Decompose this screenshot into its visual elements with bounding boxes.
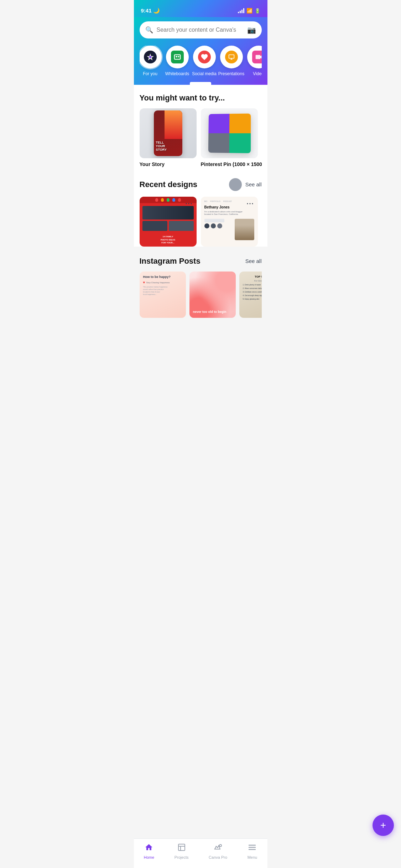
- instagram-see-all-button[interactable]: See all: [245, 258, 262, 264]
- search-bar[interactable]: 🔍 📷: [140, 21, 262, 38]
- presentations-icon: [225, 51, 238, 63]
- recent-card-christmas[interactable]: 14 FAMILYPHOTO IDEASFOR YOUR... ···: [140, 197, 197, 247]
- insta-card-tips[interactable]: TOP 5 TIPS For Glowing Skin 1. Drink ple…: [239, 272, 262, 318]
- presentations-label: Presentations: [218, 71, 244, 76]
- category-video[interactable]: Video: [248, 46, 262, 76]
- bottom-spacer: [134, 324, 267, 359]
- social-icon: [198, 51, 211, 63]
- try-card-pinterest-label: Pinterest Pin (1000 × 1500 px): [201, 161, 262, 168]
- category-for-you[interactable]: For you: [140, 46, 161, 76]
- scroll-indicator: [190, 82, 211, 85]
- categories-row: For you Whiteboards: [140, 46, 262, 82]
- insta-card-happy[interactable]: How to be happy? ♥ Stop Chasing Happines…: [140, 272, 186, 318]
- insta-waves-text: never too old to begin: [193, 310, 232, 314]
- instagram-section: Instagram Posts See all How to be happy?…: [134, 257, 267, 324]
- search-icon: 🔍: [145, 26, 153, 34]
- recent-designs-title: Recent designs: [140, 180, 198, 189]
- category-whiteboards[interactable]: Whiteboards: [167, 46, 188, 76]
- moon-icon: 🌙: [153, 7, 160, 14]
- social-media-label: Social media: [192, 71, 217, 76]
- swipe-indicator: [229, 178, 242, 191]
- instagram-posts-row: How to be happy? ♥ Stop Chasing Happines…: [140, 272, 262, 324]
- recent-card-bethany-menu[interactable]: ···: [246, 200, 254, 208]
- battery-icon: 🔋: [255, 8, 260, 14]
- wifi-icon: 📶: [246, 8, 252, 14]
- recent-design-cards: 14 FAMILYPHOTO IDEASFOR YOUR... ··· BIO …: [140, 197, 262, 247]
- category-presentations[interactable]: Presentations: [221, 46, 242, 76]
- status-bar: 9:41 🌙 📶 🔋: [134, 0, 267, 17]
- search-input[interactable]: [157, 27, 244, 33]
- svg-rect-3: [178, 56, 179, 57]
- category-social-media[interactable]: Social media: [194, 46, 215, 76]
- svg-rect-6: [255, 55, 260, 59]
- camera-icon[interactable]: 📷: [247, 26, 256, 34]
- video-icon: [252, 51, 262, 63]
- try-cards-row: TELLYOURSTORY Your Story: [140, 108, 262, 168]
- try-card-pinterest[interactable]: Pinterest Pin (1000 × 1500 px): [201, 108, 262, 168]
- insta-card-waves[interactable]: never too old to begin: [189, 272, 236, 318]
- status-time: 9:41 🌙: [141, 7, 160, 14]
- recent-card-bethany[interactable]: BIO PORTFOLIO PODCAST Bethany Jones I'm …: [201, 197, 258, 247]
- status-icons: 📶 🔋: [238, 8, 260, 14]
- instagram-header: Instagram Posts See all: [140, 257, 262, 266]
- whiteboards-icon: [171, 51, 184, 63]
- svg-rect-5: [229, 55, 234, 58]
- signal-icon: [238, 8, 244, 13]
- try-card-your-story[interactable]: TELLYOURSTORY Your Story: [140, 108, 197, 168]
- insta-happy-text: How to be happy? ♥ Stop Chasing Happines…: [143, 275, 182, 296]
- try-card-your-story-label: Your Story: [140, 161, 197, 168]
- whiteboards-label: Whiteboards: [165, 71, 189, 76]
- insta-tips-content: TOP 5 TIPS For Glowing Skin 1. Drink ple…: [243, 275, 262, 300]
- instagram-title: Instagram Posts: [140, 257, 200, 266]
- try-section-title: You might want to try...: [140, 93, 262, 103]
- for-you-label: For you: [143, 71, 157, 76]
- video-label: Video: [253, 71, 261, 76]
- main-content: You might want to try... TELLYOURSTORY: [134, 85, 267, 247]
- recent-designs-header: Recent designs See all: [140, 178, 262, 191]
- svg-point-0: [149, 56, 151, 58]
- svg-rect-2: [176, 56, 177, 57]
- recent-see-all-button[interactable]: See all: [245, 181, 262, 187]
- for-you-icon: [144, 51, 157, 63]
- header: 🔍 📷 For you: [134, 17, 267, 85]
- recent-card-christmas-menu[interactable]: ···: [185, 200, 193, 208]
